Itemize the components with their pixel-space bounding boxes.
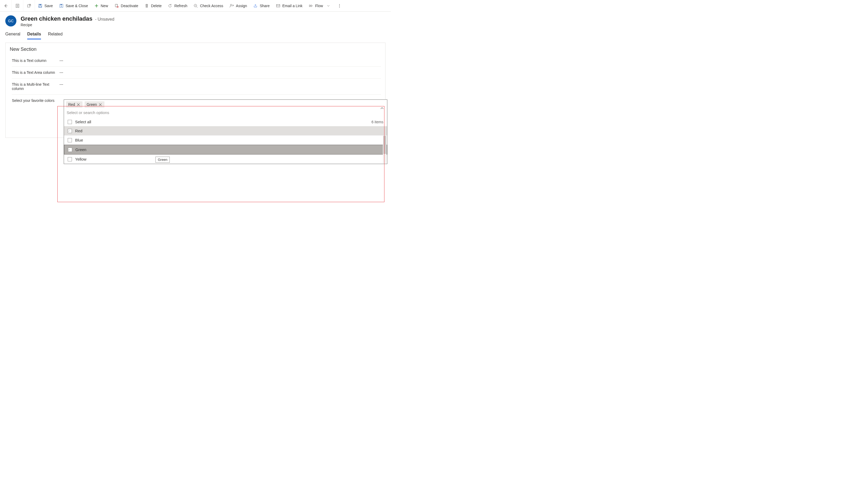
- entity-type: Recipe: [21, 23, 114, 27]
- option-label: Yellow: [75, 157, 87, 161]
- svg-rect-3: [39, 4, 41, 5]
- save-close-label: Save & Close: [66, 4, 88, 8]
- save-button[interactable]: Save: [35, 0, 56, 12]
- option-blue[interactable]: Blue: [64, 136, 387, 145]
- command-bar: Save Save & Close New Deactivate Delete …: [0, 0, 391, 12]
- field-row-text: This is a Text column ---: [12, 55, 381, 67]
- close-icon: [77, 103, 80, 106]
- option-checkbox[interactable]: [68, 138, 72, 142]
- option-yellow[interactable]: Yellow: [64, 154, 387, 164]
- form-section: New Section This is a Text column --- Th…: [5, 42, 385, 138]
- deactivate-icon: [115, 4, 119, 8]
- trash-icon: [145, 4, 149, 8]
- tab-related[interactable]: Related: [48, 32, 62, 39]
- dropdown-header: Select all 6 items: [64, 117, 387, 126]
- form-tabs: General Details Related: [0, 27, 391, 39]
- selected-pills: Red Green: [66, 101, 376, 108]
- page-title: Green chicken enchiladas: [21, 16, 92, 22]
- email-link-label: Email a Link: [282, 4, 303, 8]
- save-close-button[interactable]: Save & Close: [56, 0, 91, 12]
- back-button[interactable]: [0, 0, 12, 12]
- field-label: This is a Text Area column: [12, 70, 60, 74]
- avatar: GC: [5, 16, 17, 26]
- option-green[interactable]: Green: [64, 145, 387, 154]
- share-button[interactable]: Share: [250, 0, 273, 12]
- list-icon: [16, 4, 20, 8]
- refresh-icon: [168, 4, 172, 8]
- more-commands-button[interactable]: [334, 0, 345, 12]
- flow-icon: [309, 4, 313, 8]
- svg-rect-1: [28, 5, 30, 7]
- section-title: New Section: [5, 43, 385, 55]
- delete-button[interactable]: Delete: [142, 0, 165, 12]
- pill-green[interactable]: Green: [85, 101, 104, 108]
- pill-red[interactable]: Red: [66, 101, 83, 108]
- field-label: This is a Text column: [12, 58, 60, 63]
- flow-label: Flow: [315, 4, 323, 8]
- new-button[interactable]: New: [91, 0, 111, 12]
- remove-pill-button[interactable]: [77, 103, 81, 106]
- assign-label: Assign: [236, 4, 247, 8]
- field-value[interactable]: ---: [60, 82, 381, 87]
- share-label: Share: [260, 4, 270, 8]
- dropdown-options: Red Blue Green Yellow: [64, 126, 387, 164]
- refresh-label: Refresh: [174, 4, 187, 8]
- multiselect-search-input[interactable]: [66, 109, 376, 116]
- assign-button[interactable]: Assign: [226, 0, 250, 12]
- deactivate-button[interactable]: Deactivate: [111, 0, 142, 12]
- select-all-checkbox[interactable]: [68, 120, 72, 124]
- scroll-thumb[interactable]: [383, 136, 386, 154]
- chevron-down-icon: [327, 4, 330, 7]
- multiselect-input-box[interactable]: Red Green: [64, 99, 388, 118]
- field-value[interactable]: ---: [60, 70, 381, 74]
- email-link-button[interactable]: Email a Link: [273, 0, 306, 12]
- option-checkbox[interactable]: [68, 157, 72, 161]
- unsaved-label: - Unsaved: [95, 17, 114, 22]
- dropdown-scrollbar[interactable]: [383, 136, 386, 163]
- svg-point-13: [339, 5, 339, 6]
- share-icon: [253, 4, 257, 8]
- option-checkbox[interactable]: [68, 129, 72, 133]
- check-access-button[interactable]: Check Access: [190, 0, 226, 12]
- popout-button[interactable]: [23, 0, 35, 12]
- delete-label: Delete: [151, 4, 161, 8]
- svg-point-14: [339, 7, 339, 7]
- svg-point-12: [339, 4, 339, 4]
- multiselect-control: Red Green: [64, 99, 388, 164]
- save-close-icon: [59, 4, 63, 8]
- record-set-button[interactable]: [12, 0, 23, 12]
- option-label: Red: [75, 128, 83, 133]
- select-all-label[interactable]: Select all: [75, 120, 91, 124]
- assign-icon: [229, 4, 234, 8]
- option-label: Green: [75, 147, 87, 152]
- multiselect-dropdown: Select all 6 items Red Blue: [64, 117, 388, 164]
- field-row-multiline: This is a Multi-line Text column ---: [12, 79, 381, 95]
- refresh-button[interactable]: Refresh: [165, 0, 190, 12]
- back-icon: [4, 4, 8, 8]
- svg-rect-6: [61, 4, 62, 5]
- item-count: 6 items: [371, 120, 383, 124]
- pill-label: Red: [68, 102, 75, 107]
- pill-label: Green: [87, 102, 97, 107]
- option-red[interactable]: Red: [64, 126, 387, 136]
- plus-icon: [94, 4, 99, 8]
- field-value[interactable]: ---: [60, 58, 381, 63]
- tab-general[interactable]: General: [5, 32, 20, 39]
- remove-pill-button[interactable]: [99, 103, 102, 106]
- collapse-button[interactable]: [380, 106, 384, 111]
- svg-rect-4: [39, 6, 41, 7]
- deactivate-label: Deactivate: [121, 4, 138, 8]
- flow-button[interactable]: Flow: [306, 0, 333, 12]
- field-row-textarea: This is a Text Area column ---: [12, 67, 381, 79]
- save-icon: [38, 4, 42, 8]
- tooltip: Green: [155, 157, 170, 163]
- svg-point-10: [230, 4, 232, 6]
- email-icon: [276, 4, 280, 8]
- avatar-initials: GC: [8, 19, 14, 23]
- chevron-up-icon: [380, 106, 384, 110]
- new-label: New: [101, 4, 108, 8]
- tab-details[interactable]: Details: [27, 32, 41, 39]
- record-header: GC Green chicken enchiladas - Unsaved Re…: [0, 12, 391, 27]
- close-icon: [99, 103, 102, 106]
- option-checkbox[interactable]: [68, 148, 72, 152]
